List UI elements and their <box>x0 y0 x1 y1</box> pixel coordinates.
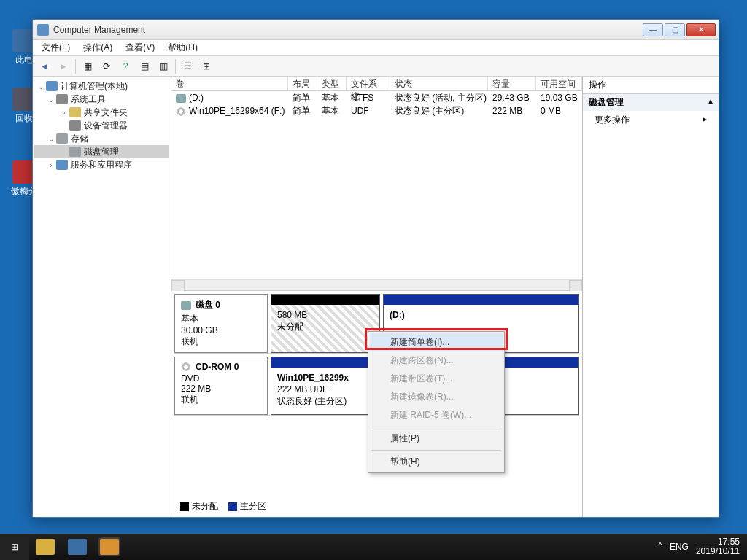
caret-right-icon: ▸ <box>703 114 707 126</box>
tree-label: 磁盘管理 <box>84 146 119 158</box>
disk-state: 联机 <box>181 394 261 406</box>
view-icon: ▥ <box>160 61 168 71</box>
toolbar-btn[interactable]: ⟳ <box>98 58 115 74</box>
col-capacity[interactable]: 容量 <box>488 77 536 90</box>
tree-system-tools[interactable]: ⌄系统工具 <box>34 93 169 106</box>
tree-label: 设备管理器 <box>84 120 128 132</box>
taskbar-item-app[interactable] <box>61 534 93 560</box>
menu-new-mirrored-volume[interactable]: 新建镜像卷(R)... <box>370 388 503 406</box>
cell: 基本 <box>317 105 347 117</box>
tray-language[interactable]: ENG <box>670 542 689 552</box>
toolbar-separator <box>75 59 76 74</box>
back-icon: ◄ <box>40 61 49 71</box>
cell: UDF <box>347 106 390 116</box>
menu-separator <box>371 450 501 451</box>
titlebar[interactable]: Computer Management — ▢ ✕ <box>33 20 719 40</box>
toolbar-back-button[interactable]: ◄ <box>36 58 53 74</box>
menu-view[interactable]: 查看(V) <box>120 40 160 55</box>
toolbar-btn[interactable]: ☰ <box>179 58 196 74</box>
toolbar-forward-button[interactable]: ► <box>55 58 72 74</box>
menu-action[interactable]: 操作(A) <box>77 40 118 55</box>
toolbar-btn[interactable]: ? <box>117 58 134 74</box>
tree-device-manager[interactable]: 设备管理器 <box>34 119 169 132</box>
menu-new-simple-volume[interactable]: 新建简单卷(I)... <box>370 333 503 351</box>
services-icon <box>56 160 68 170</box>
tree-shared-folders[interactable]: ›共享文件夹 <box>34 106 169 119</box>
taskbar[interactable]: ⊞ ˄ ENG 17:55 2019/10/11 <box>0 534 747 560</box>
volume-row[interactable]: Win10PE_16299x64 (F:) 简单 基本 UDF 状态良好 (主分… <box>171 104 582 117</box>
view-icon: ▤ <box>141 61 149 71</box>
app-icon <box>68 539 87 555</box>
clock-date: 2019/10/11 <box>696 547 740 556</box>
minimize-button[interactable]: — <box>643 23 663 36</box>
folder-icon <box>69 107 81 117</box>
volume-row[interactable]: (D:) 简单 基本 NTFS 状态良好 (活动, 主分区) 29.43 GB … <box>171 91 582 104</box>
cd-icon <box>176 107 186 116</box>
close-button[interactable]: ✕ <box>686 23 716 36</box>
col-volume[interactable]: 卷 <box>171 77 288 90</box>
cell: 简单 <box>288 105 317 117</box>
disk-type: DVD <box>181 373 261 384</box>
cell: 0 MB <box>536 106 582 116</box>
toolbar-btn[interactable]: ▦ <box>79 58 96 74</box>
toolbar-btn[interactable]: ▤ <box>136 58 153 74</box>
tree-root[interactable]: ⌄计算机管理(本地) <box>34 79 169 93</box>
partition-stripe <box>384 295 578 305</box>
disk-info[interactable]: CD-ROM 0 DVD 222 MB 联机 <box>174 357 268 415</box>
sheet-icon: ▦ <box>84 61 92 71</box>
grid-icon: ⊞ <box>203 61 210 71</box>
disk-legend: 未分配 主分区 <box>176 499 271 514</box>
toolbar-btn[interactable]: ▥ <box>155 58 172 74</box>
cell: 29.43 GB <box>488 93 536 103</box>
volume-name: Win10PE_16299x64 (F:) <box>189 106 285 116</box>
computer-icon <box>46 81 58 91</box>
maximize-button[interactable]: ▢ <box>665 23 685 36</box>
cell: 19.03 GB <box>536 93 582 103</box>
tree-storage[interactable]: ⌄存储 <box>34 132 169 145</box>
col-freespace[interactable]: 可用空间 <box>536 77 582 90</box>
menu-new-raid5-volume[interactable]: 新建 RAID-5 卷(W)... <box>370 406 503 424</box>
legend-label: 未分配 <box>192 501 218 511</box>
tray-clock[interactable]: 17:55 2019/10/11 <box>696 537 740 556</box>
menu-help[interactable]: 帮助(H) <box>370 453 503 471</box>
toolbar: ◄ ► ▦ ⟳ ? ▤ ▥ ☰ ⊞ <box>33 56 719 77</box>
menu-file[interactable]: 文件(F) <box>36 40 76 55</box>
actions-section[interactable]: 磁盘管理▴ <box>583 94 719 111</box>
col-filesystem[interactable]: 文件系统 <box>347 77 390 90</box>
col-status[interactable]: 状态 <box>390 77 488 90</box>
disk-title: CD-ROM 0 <box>196 362 239 372</box>
actions-more[interactable]: 更多操作▸ <box>583 111 719 129</box>
tree-label: 系统工具 <box>71 93 106 106</box>
toolbar-btn[interactable]: ⊞ <box>198 58 215 74</box>
tray-overflow-icon[interactable]: ˄ <box>658 542 662 552</box>
horizontal-scrollbar[interactable] <box>171 279 582 291</box>
cell: 状态良好 (主分区) <box>390 105 488 117</box>
volume-name: (D:) <box>189 93 204 103</box>
tree-label: 存储 <box>71 133 88 145</box>
taskbar-item-explorer[interactable] <box>29 534 61 560</box>
partition-state: 未分配 <box>277 321 374 332</box>
list-icon: ☰ <box>184 61 192 71</box>
system-tray: ˄ ENG 17:55 2019/10/11 <box>651 537 747 556</box>
disk-type: 基本 <box>181 313 261 325</box>
start-button[interactable]: ⊞ <box>0 534 29 560</box>
refresh-icon: ⟳ <box>103 61 110 71</box>
taskbar-item-compmgmt[interactable] <box>93 534 125 560</box>
expand-icon: › <box>47 161 55 169</box>
menubar: 文件(F) 操作(A) 查看(V) 帮助(H) <box>33 40 719 56</box>
menu-help[interactable]: 帮助(H) <box>162 40 204 55</box>
expand-icon: › <box>61 109 68 117</box>
menu-properties[interactable]: 属性(P) <box>370 429 503 448</box>
volume-list[interactable]: (D:) 简单 基本 NTFS 状态良好 (活动, 主分区) 29.43 GB … <box>171 91 582 279</box>
col-layout[interactable]: 布局 <box>288 77 317 90</box>
col-type[interactable]: 类型 <box>317 77 347 90</box>
disk-info[interactable]: 磁盘 0 基本 30.00 GB 联机 <box>174 294 268 353</box>
cell: NTFS <box>347 93 390 103</box>
partition-size: 580 MB <box>277 309 374 321</box>
tree-disk-management[interactable]: 磁盘管理 <box>34 145 169 158</box>
tree-services-apps[interactable]: ›服务和应用程序 <box>34 158 169 171</box>
menu-new-striped-volume[interactable]: 新建带区卷(T)... <box>370 370 503 388</box>
cell: 222 MB <box>488 106 536 116</box>
menu-new-spanned-volume[interactable]: 新建跨区卷(N)... <box>370 351 503 370</box>
partition-unallocated[interactable]: 580 MB 未分配 <box>271 294 380 353</box>
